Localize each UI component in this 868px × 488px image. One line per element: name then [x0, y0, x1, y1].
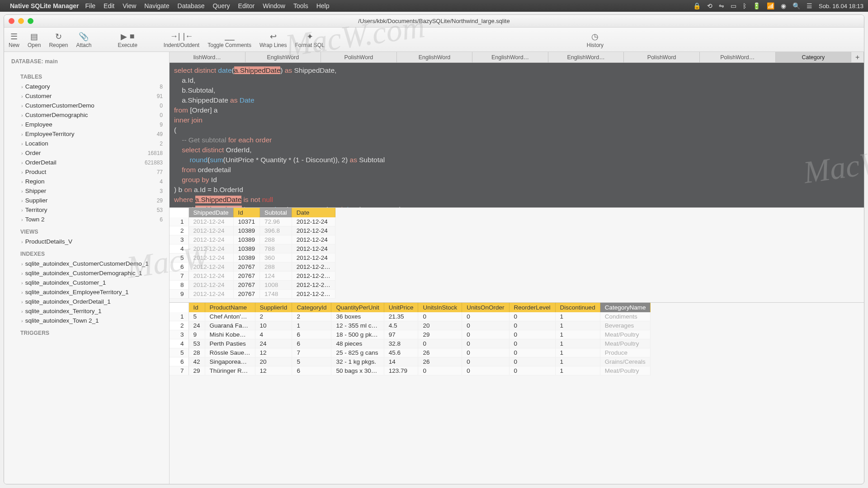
chevron-right-icon: › [21, 271, 23, 276]
table-row[interactable]: 72012-12-24207671242012-12-2… [170, 272, 335, 281]
tab-5[interactable]: EnglishWord… [548, 52, 624, 62]
sidebar-item[interactable]: ›sqlite_autoindex_CustomerCustomerDemo_1 [4, 259, 169, 268]
sidebar-item[interactable]: ›Shipper3 [4, 186, 169, 196]
window-controls [9, 18, 33, 24]
result-grid-2[interactable]: IdProductNameSupplierIdCategoryIdQuantit… [170, 302, 864, 484]
menu-edit[interactable]: Edit [104, 2, 114, 9]
table-row[interactable]: 52012-12-24103893602012-12-24 [170, 253, 335, 263]
menu-tools[interactable]: Tools [293, 2, 308, 9]
sidebar-item[interactable]: ›Order16818 [4, 148, 169, 158]
table-row[interactable]: 528Rössle Saue…12725 - 825 g cans45.6260… [170, 348, 651, 357]
table-row[interactable]: 22012-12-2410389396.82012-12-24 [170, 226, 335, 235]
sidebar-item[interactable]: ›Customer91 [4, 91, 169, 101]
tab-4[interactable]: EnglishWord… [472, 52, 548, 62]
tab-2[interactable]: PolishWord [321, 52, 397, 62]
sidebar-item[interactable]: ›Category8 [4, 82, 169, 91]
minimize-button[interactable] [18, 18, 24, 24]
table-row[interactable]: 82012-12-242076710082012-12-2… [170, 281, 335, 290]
sidebar-item[interactable]: ›ProductDetails_V [4, 237, 169, 246]
table-row[interactable]: 453Perth Pasties24648 pieces32.80001Meat… [170, 339, 651, 348]
format-sql-button[interactable]: ✦Format SQL [295, 31, 324, 48]
tab-3[interactable]: EnglishWord [397, 52, 473, 62]
menu-navigate[interactable]: Navigate [144, 2, 169, 9]
tab-1[interactable]: EnglishWord [245, 52, 321, 62]
sidebar-item[interactable]: ›CustomerCustomerDemo0 [4, 101, 169, 110]
table-row[interactable]: 92012-12-242076717482012-12-2… [170, 290, 335, 299]
toggle-comments-button[interactable]: ⎯⎯Toggle Comments [208, 31, 251, 48]
new-button[interactable]: ☰New [9, 31, 19, 48]
app-name[interactable]: Native SQLite Manager [10, 2, 79, 9]
table-row[interactable]: 15Chef Anton'…2236 boxes21.350001Condime… [170, 312, 651, 321]
sidebar-item[interactable]: ›sqlite_autoindex_CustomerDemographic_1 [4, 268, 169, 278]
sidebar-item-label: CustomerDemographic [25, 112, 88, 118]
sidebar-item[interactable]: ›sqlite_autoindex_Territory_1 [4, 306, 169, 316]
menu-file[interactable]: File [85, 2, 96, 9]
sidebar-item[interactable]: ›Region4 [4, 177, 169, 186]
table-row[interactable]: 224Guaraná Fa…10112 - 355 ml c…4.520001B… [170, 321, 651, 330]
menu-database[interactable]: Database [178, 2, 205, 9]
lock-icon[interactable]: 🔒 [693, 2, 701, 9]
sidebar-item[interactable]: ›CustomerDemographic0 [4, 110, 169, 120]
chevron-right-icon: › [21, 179, 23, 184]
table-row[interactable]: 62012-12-24207672882012-12-2… [170, 263, 335, 272]
sync-off-icon[interactable]: ⇋ [719, 2, 724, 9]
sidebar-item-label: sqlite_autoindex_Customer_1 [25, 279, 106, 286]
menu-editor[interactable]: Editor [238, 2, 255, 9]
table-row[interactable]: 642Singaporea…20532 - 1 kg pkgs.1426001G… [170, 357, 651, 366]
sidebar-item[interactable]: ›Employee9 [4, 120, 169, 129]
sql-editor[interactable]: select distinct date(a.ShippedDate) as S… [170, 63, 864, 207]
timemachine-icon[interactable]: ⟲ [707, 2, 712, 9]
table-row[interactable]: 12012-12-241037172.962012-12-24 [170, 217, 335, 226]
tab-add[interactable]: + [851, 52, 864, 62]
tab-8[interactable]: Category [776, 52, 852, 62]
tab-0[interactable]: lishWord… [170, 52, 245, 62]
table-row[interactable]: 729Thüringer R…12650 bags x 30…123.79000… [170, 366, 651, 375]
display-icon[interactable]: ▭ [731, 2, 736, 9]
menu-help[interactable]: Help [316, 2, 330, 9]
sidebar-item[interactable]: ›EmployeeTerritory49 [4, 129, 169, 139]
table-row[interactable]: 32012-12-24103892882012-12-24 [170, 235, 335, 244]
reopen-button[interactable]: ↻Reopen [49, 31, 68, 48]
history-button[interactable]: ◷History [333, 31, 858, 48]
spotlight-icon[interactable]: 🔍 [793, 2, 800, 9]
execute-button[interactable]: ▶■Execute [118, 31, 137, 48]
open-button[interactable]: ▤Open [28, 31, 41, 48]
zoom-button[interactable] [28, 18, 33, 24]
sidebar-item[interactable]: ›sqlite_autoindex_Customer_1 [4, 278, 169, 287]
menu-window[interactable]: Window [263, 2, 285, 9]
wifi-icon[interactable]: 📶 [767, 2, 774, 9]
result-grid-1[interactable]: ShippedDateIdSubtotalDate12012-12-241037… [170, 207, 864, 302]
menubar-clock[interactable]: Sob. 16.04 18:13 [819, 3, 863, 9]
row-count: 8 [160, 84, 163, 90]
menu-view[interactable]: View [123, 2, 136, 9]
control-center-icon[interactable]: ☰ [807, 2, 812, 9]
tab-6[interactable]: PolishWord [624, 52, 700, 62]
sidebar-item[interactable]: ›Location2 [4, 139, 169, 148]
menu-query[interactable]: Query [212, 2, 230, 9]
sidebar-item[interactable]: ›Supplier29 [4, 196, 169, 205]
editor-panel: lishWord… EnglishWord PolishWord English… [170, 52, 864, 484]
user-icon[interactable]: ◉ [781, 2, 786, 9]
sidebar-item[interactable]: ›Territory53 [4, 205, 169, 215]
sidebar-item[interactable]: ›OrderDetail621883 [4, 158, 169, 167]
chevron-right-icon: › [21, 188, 23, 194]
sidebar-item[interactable]: ›sqlite_autoindex_OrderDetail_1 [4, 297, 169, 306]
indent-button[interactable]: →||←Indent/Outdent [164, 31, 199, 48]
sidebar-item[interactable]: ›Product77 [4, 167, 169, 177]
sidebar-item[interactable]: ›sqlite_autoindex_EmployeeTerritory_1 [4, 287, 169, 297]
attach-button[interactable]: 📎Attach [76, 31, 91, 48]
wrap-lines-button[interactable]: ↩Wrap Lines [259, 31, 287, 48]
bluetooth-icon[interactable]: ᛒ [743, 2, 746, 9]
sidebar-item[interactable]: ›sqlite_autoindex_Town 2_1 [4, 316, 169, 325]
sidebar-item[interactable]: ›Town 26 [4, 215, 169, 224]
wrap-label: Wrap Lines [259, 42, 287, 48]
section-indexes: INDEXES [4, 246, 169, 259]
sidebar-item-label: EmployeeTerritory [25, 131, 75, 137]
sidebar[interactable]: DATABASE: main TABLES ›Category8›Custome… [4, 52, 170, 484]
tab-7[interactable]: PolishWord… [700, 52, 776, 62]
battery-icon[interactable]: 🔋 [753, 2, 760, 9]
row-count: 29 [157, 197, 163, 204]
close-button[interactable] [9, 18, 14, 24]
table-row[interactable]: 42012-12-24103897882012-12-24 [170, 244, 335, 253]
table-row[interactable]: 39Mishi Kobe…4618 - 500 g pk…9729001Meat… [170, 330, 651, 339]
